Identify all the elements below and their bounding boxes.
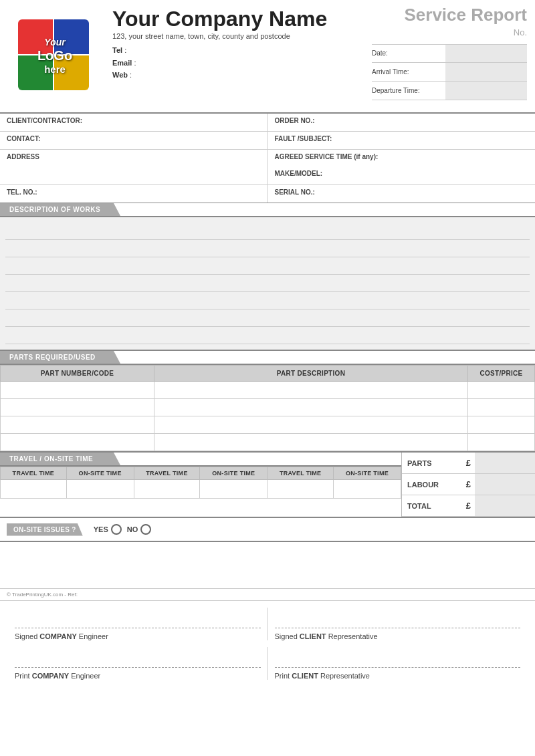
tel-row: Tel :: [112, 44, 366, 57]
client-print-suffix: Representative: [320, 672, 370, 680]
works-line-4: [5, 275, 530, 292]
total-cost-row: TOTAL £: [402, 495, 535, 517]
client-sig-line: [275, 628, 521, 628]
parts-row1-desc[interactable]: [154, 382, 468, 399]
fault-cell: FAULT /SUBJECT:: [268, 132, 536, 149]
report-title: Service Report: [372, 5, 527, 25]
parts-row3-desc[interactable]: [154, 416, 468, 434]
serial-cell: SERIAL NO.:: [268, 185, 536, 203]
travel3-travel-val[interactable]: [268, 480, 334, 499]
total-currency: £: [462, 501, 475, 511]
row-address-agreed: ADDRESS AGREED SERVICE TIME (if any): MA…: [0, 150, 535, 185]
parts-header-row: PART NUMBER/CODE PART DESCRIPTION COST/P…: [1, 366, 535, 382]
yes-radio-group: YES: [94, 524, 122, 535]
yes-radio[interactable]: [111, 524, 122, 535]
issues-label: ON-SITE ISSUES ?: [7, 523, 83, 536]
copyright: © TradePrintingUK.com - Ref:: [0, 589, 535, 601]
parts-row4-cost[interactable]: [468, 434, 535, 451]
client-cell: CLIENT/CONTRACTOR:: [0, 114, 268, 131]
travel-col2-onsite: ON-SITE TIME: [200, 467, 268, 480]
parts-row2-partno[interactable]: [1, 399, 154, 416]
web-colon: :: [130, 71, 132, 79]
company-address: 123, your street name, town, city, count…: [112, 32, 366, 40]
client-sig-label: Signed CLIENT Representative: [275, 632, 521, 640]
arrival-value[interactable]: [445, 63, 527, 81]
travel-section-header: TRAVEL / ON-SITE TIME: [0, 453, 401, 467]
company-print-prefix: Print: [15, 672, 30, 680]
parts-cost-row: PARTS £: [402, 453, 535, 474]
email-row: Email :: [112, 57, 366, 70]
travel-left: TRAVEL / ON-SITE TIME TRAVEL TIME ON-SIT…: [0, 453, 401, 517]
logo-cube: Your LoGo here: [18, 19, 92, 93]
report-fields: Date: Arrival Time: Departure Time:: [372, 44, 527, 100]
header: Your LoGo here Your Company Name 123, yo…: [0, 0, 535, 114]
parts-row3-cost[interactable]: [468, 416, 535, 434]
company-sig-suffix: Engineer: [79, 632, 108, 640]
col-partno-header: PART NUMBER/CODE: [1, 366, 154, 382]
works-line-2: [5, 240, 530, 257]
notes-area[interactable]: [0, 542, 535, 589]
travel1-onsite-val[interactable]: [66, 480, 134, 499]
departure-label: Departure Time:: [372, 87, 445, 94]
departure-value[interactable]: [445, 82, 527, 100]
client-print-name: CLIENT: [292, 672, 318, 680]
date-value[interactable]: [445, 45, 527, 62]
parts-row4-desc[interactable]: [154, 434, 468, 451]
works-line-1: [5, 223, 530, 240]
company-print-suffix: Engineer: [71, 672, 100, 680]
company-print-col: Print COMPANY Engineer: [8, 647, 268, 680]
travel-data-row: [1, 480, 401, 499]
travel3-onsite-val[interactable]: [333, 480, 401, 499]
service-report-page: Your LoGo here Your Company Name 123, yo…: [0, 0, 535, 756]
company-signed-col: Signed COMPANY Engineer: [8, 608, 268, 640]
total-cost-value[interactable]: [475, 495, 535, 516]
right-col: AGREED SERVICE TIME (if any): MAKE/MODEL…: [268, 150, 536, 184]
arrival-field-row: Arrival Time:: [372, 63, 527, 82]
email-label: Email: [112, 59, 132, 67]
parts-row-2: [1, 399, 535, 416]
row-client-order: CLIENT/CONTRACTOR: ORDER NO.:: [0, 114, 535, 132]
travel2-travel-val[interactable]: [134, 480, 200, 499]
parts-table: PART NUMBER/CODE PART DESCRIPTION COST/P…: [0, 365, 535, 451]
parts-row1-partno[interactable]: [1, 382, 154, 399]
parts-row-1: [1, 382, 535, 399]
company-sig-line: [15, 628, 261, 628]
yes-label: YES: [94, 525, 108, 533]
client-print-line: [275, 667, 521, 668]
copyright-text: © TradePrintingUK.com - Ref:: [7, 592, 78, 598]
signatures-top: Signed COMPANY Engineer Signed CLIENT Re…: [0, 601, 535, 647]
parts-row2-desc[interactable]: [154, 399, 468, 416]
web-label: Web: [112, 71, 128, 79]
company-print-label: Print COMPANY Engineer: [15, 672, 261, 680]
tel-no-cell: TEL. NO.:: [0, 185, 268, 203]
no-radio[interactable]: [140, 524, 151, 535]
works-area[interactable]: [0, 217, 535, 351]
address-cell: ADDRESS: [0, 150, 268, 184]
parts-section: PARTS REQUIRED/USED PART NUMBER/CODE PAR…: [0, 351, 535, 453]
travel2-onsite-val[interactable]: [200, 480, 268, 499]
client-signed-col: Signed CLIENT Representative: [268, 608, 528, 640]
works-line-3: [5, 257, 530, 275]
travel-col3-onsite: ON-SITE TIME: [333, 467, 401, 480]
parts-row-4: [1, 434, 535, 451]
company-sig-label: Signed COMPANY Engineer: [15, 632, 261, 640]
labour-cost-value[interactable]: [475, 474, 535, 495]
client-sig-suffix: Representative: [328, 632, 378, 640]
works-line-6: [5, 309, 530, 327]
parts-row4-partno[interactable]: [1, 434, 154, 451]
works-tab: DESCRIPTION OF WORKS: [0, 203, 120, 216]
company-contact: Tel : Email : Web :: [112, 44, 366, 82]
logo-line1: Your: [44, 37, 65, 48]
company-sig-prefix: Signed: [15, 632, 37, 640]
parts-row1-cost[interactable]: [468, 382, 535, 399]
travel1-travel-val[interactable]: [1, 480, 67, 499]
parts-row2-cost[interactable]: [468, 399, 535, 416]
tel-label: Tel: [112, 46, 122, 54]
client-print-col: Print CLIENT Representative: [268, 647, 528, 680]
issues-section: ON-SITE ISSUES ? YES NO: [0, 518, 535, 542]
travel-table: TRAVEL TIME ON-SITE TIME TRAVEL TIME ON-…: [0, 467, 401, 499]
parts-cost-value[interactable]: [475, 453, 535, 473]
no-label: NO: [127, 525, 138, 533]
company-sig-name: COMPANY: [39, 632, 76, 640]
parts-row3-partno[interactable]: [1, 416, 154, 434]
